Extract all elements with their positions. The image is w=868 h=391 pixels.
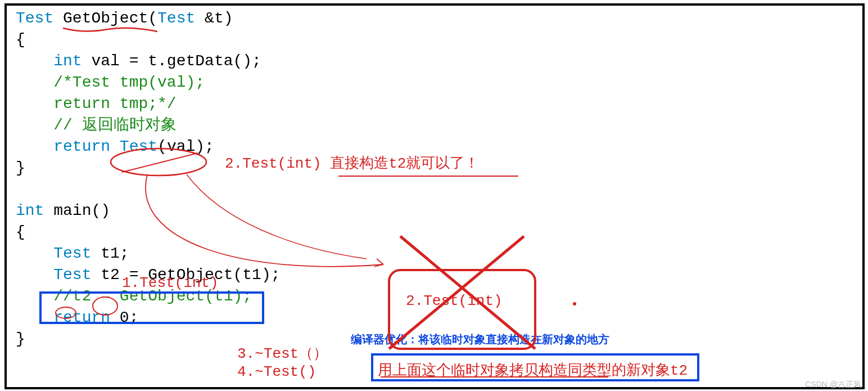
svg-point-7 [573, 302, 576, 305]
tok-type: int [53, 52, 82, 70]
annotation-3: 3.~Test（） [237, 343, 328, 363]
tok-type: Test [120, 138, 157, 155]
tok: { [16, 223, 25, 241]
tok: (val); [157, 138, 214, 155]
tok [110, 138, 120, 155]
annotation-blue: 编译器优化：将该临时对象直接构造在新对象的地方 [351, 332, 609, 347]
tok: } [16, 159, 25, 177]
watermark: CSDN @古正风 [805, 380, 861, 390]
indent [16, 74, 53, 91]
tok: main() [44, 202, 110, 219]
tok: val = t.getData(); [82, 52, 261, 70]
code-frame: Test GetObject(Test &t) { int val = t.ge… [4, 3, 865, 389]
tok-comment: // 返回临时对象 [53, 116, 176, 134]
indent [16, 287, 53, 305]
annotation-2-underline [338, 176, 518, 177]
annotation-4: 4.~Test() [237, 363, 316, 380]
tok-comment: /*Test tmp(val); [53, 74, 205, 91]
tok: } [16, 330, 25, 348]
tok: 0; [110, 309, 138, 326]
tok-type: Test [157, 10, 195, 27]
indent [16, 245, 53, 262]
source-code: Test GetObject(Test &t) { int val = t.ge… [16, 8, 281, 350]
indent [16, 138, 53, 155]
tok-keyword: return [53, 138, 110, 155]
tok: t1; [91, 245, 129, 262]
tok: GetObject( [53, 10, 157, 27]
indent [16, 95, 53, 113]
indent [16, 116, 53, 134]
tok-keyword: return [53, 309, 110, 326]
tok-type: Test [53, 245, 91, 262]
indent [16, 309, 53, 326]
tok-type: Test [53, 266, 91, 284]
tok-comment: return tmp;*/ [53, 95, 176, 113]
annotation-1: 1.Test(int) [122, 275, 219, 291]
indent [16, 52, 53, 70]
tok: { [16, 31, 25, 48]
tok-type: int [16, 202, 44, 219]
annotation-2-box-label: 2.Test(int) [406, 293, 503, 309]
page: Test GetObject(Test &t) { int val = t.ge… [0, 0, 868, 391]
indent [16, 266, 53, 284]
tok: &t) [195, 10, 233, 27]
annotation-2: 2.Test(int) 直接构造t2就可以了！ [225, 153, 479, 173]
annotation-bottom: 用上面这个临时对象拷贝构造同类型的新对象t2 [378, 360, 688, 380]
tok-type: Test [16, 10, 53, 27]
